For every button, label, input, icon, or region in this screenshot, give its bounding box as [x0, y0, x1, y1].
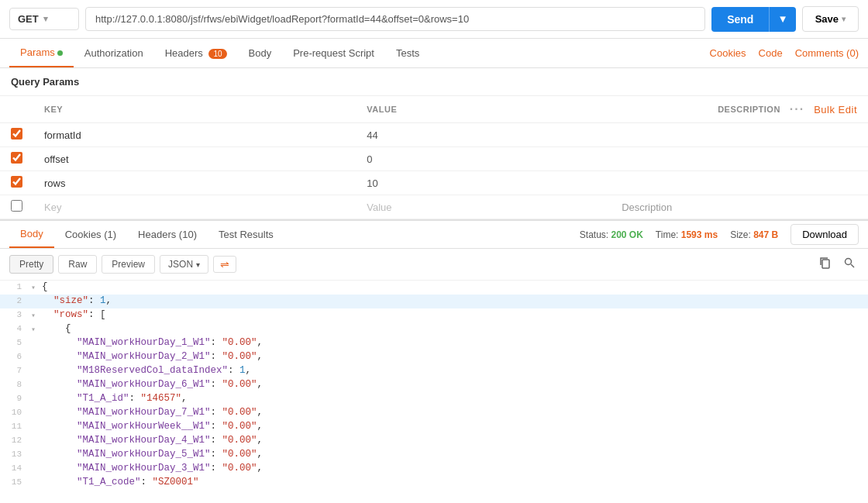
line-content: "MAIN_workHourDay_3_W1": "0.00", [42, 463, 868, 475]
line-content: "T1_A_code": "SZ0001" [42, 477, 868, 486]
format-type-label: JSON [168, 259, 193, 270]
line-arrow[interactable]: ▾ [31, 281, 42, 294]
th-description: DESCRIPTION ··· Bulk Edit [611, 96, 868, 123]
comments-link[interactable]: Comments (0) [795, 47, 859, 59]
url-input[interactable] [85, 7, 705, 31]
method-chevron: ▾ [43, 14, 48, 24]
tab-body[interactable]: Body [238, 40, 283, 67]
line-arrow [31, 435, 42, 447]
line-number: 8 [0, 379, 31, 391]
param-key: offset [44, 153, 69, 165]
line-arrow[interactable]: ▾ [31, 323, 42, 336]
line-arrow [31, 407, 42, 419]
table-row: rows 10 [0, 171, 868, 195]
format-icon[interactable]: ⇌ [213, 256, 236, 273]
response-section: Body Cookies (1) Headers (10) Test Resul… [0, 219, 868, 486]
format-preview-button[interactable]: Preview [102, 255, 155, 274]
th-key: KEY [33, 96, 356, 123]
line-arrow [31, 337, 42, 350]
json-line: 11 "MAIN_workHourWeek__W1": "0.00", [0, 420, 868, 434]
query-params-title: Query Params [0, 68, 868, 96]
json-line: 6 "MAIN_workHourDay_2_W1": "0.00", [0, 350, 868, 364]
line-content: "MAIN_workHourDay_1_W1": "0.00", [42, 337, 868, 350]
row-checkbox[interactable] [11, 200, 22, 212]
status-bar: Status: 200 OK Time: 1593 ms Size: 847 B… [580, 224, 859, 245]
tab-headers[interactable]: Headers 10 [154, 40, 238, 67]
line-content: "M18ReservedCol_dataIndex": 1, [42, 365, 868, 377]
save-chevron: ▾ [842, 15, 846, 23]
status-value: 200 OK [611, 229, 643, 240]
params-table: KEY VALUE DESCRIPTION ··· Bulk Edit form… [0, 96, 868, 219]
format-type-dropdown[interactable]: JSON ▾ [160, 255, 208, 274]
json-line: 5 "MAIN_workHourDay_1_W1": "0.00", [0, 336, 868, 350]
status-label: Status: 200 OK [580, 229, 643, 240]
json-line: 9 "T1_A_id": "14657", [0, 392, 868, 406]
th-checkbox [0, 96, 33, 123]
json-line: 2 "size": 1, [0, 295, 868, 308]
query-params-section: Query Params KEY VALUE DESCRIPTION ··· B… [0, 68, 868, 219]
save-button[interactable]: Save ▾ [802, 6, 859, 32]
line-arrow [31, 379, 42, 391]
cookies-link[interactable]: Cookies [710, 47, 746, 59]
line-number: 14 [0, 463, 31, 475]
method-select[interactable]: GET ▾ [9, 8, 79, 30]
json-line: 3▾ "rows": [ [0, 308, 868, 322]
search-icon[interactable] [840, 255, 859, 274]
json-line: 4▾ { [0, 322, 868, 336]
top-bar: GET ▾ Send ▼ Save ▾ [0, 0, 868, 39]
send-button[interactable]: Send [711, 7, 769, 32]
line-number: 5 [0, 337, 31, 350]
row-checkbox[interactable] [11, 128, 22, 140]
line-content: { [42, 323, 868, 336]
tab-pre-request[interactable]: Pre-request Script [282, 40, 385, 67]
line-number: 3 [0, 309, 31, 322]
line-content: "MAIN_workHourDay_4_W1": "0.00", [42, 435, 868, 447]
format-raw-button[interactable]: Raw [58, 255, 97, 274]
bulk-edit-button[interactable]: Bulk Edit [814, 104, 857, 115]
json-response-content: 1▾{2 "size": 1,3▾ "rows": [4▾ {5 "MAIN_w… [0, 281, 868, 486]
line-number: 12 [0, 435, 31, 447]
svg-point-1 [846, 259, 852, 265]
json-line: 1▾{ [0, 281, 868, 295]
row-checkbox[interactable] [11, 176, 22, 188]
line-content: "MAIN_workHourDay_5_W1": "0.00", [42, 449, 868, 461]
json-line: 8 "MAIN_workHourDay_6_W1": "0.00", [0, 378, 868, 392]
tab-authorization[interactable]: Authorization [74, 40, 154, 67]
svg-line-2 [851, 264, 854, 267]
format-pretty-button[interactable]: Pretty [9, 255, 53, 274]
line-number: 15 [0, 477, 31, 486]
tab-response-headers[interactable]: Headers (10) [127, 222, 208, 247]
code-link[interactable]: Code [759, 47, 783, 59]
tab-response-body[interactable]: Body [9, 221, 54, 248]
line-content: "MAIN_workHourDay_6_W1": "0.00", [42, 379, 868, 391]
tab-test-results[interactable]: Test Results [208, 222, 284, 247]
json-line: 7 "M18ReservedCol_dataIndex": 1, [0, 364, 868, 378]
line-number: 10 [0, 407, 31, 419]
param-value: 44 [367, 129, 377, 141]
line-number: 11 [0, 421, 31, 433]
tab-params[interactable]: Params [9, 39, 74, 67]
more-options-icon[interactable]: ··· [790, 102, 804, 116]
line-arrow [31, 421, 42, 433]
row-checkbox[interactable] [11, 152, 22, 164]
copy-icon[interactable] [815, 255, 834, 274]
line-arrow [31, 351, 42, 363]
line-arrow[interactable]: ▾ [31, 309, 42, 322]
response-tab-bar: Body Cookies (1) Headers (10) Test Resul… [0, 221, 868, 249]
tab-tests[interactable]: Tests [385, 40, 430, 67]
line-content: "MAIN_workHourDay_2_W1": "0.00", [42, 351, 868, 363]
headers-badge: 10 [208, 49, 226, 59]
format-bar: Pretty Raw Preview JSON ▾ ⇌ [0, 249, 868, 281]
json-line: 13 "MAIN_workHourDay_5_W1": "0.00", [0, 448, 868, 462]
send-dropdown-button[interactable]: ▼ [769, 7, 795, 32]
tab-response-cookies[interactable]: Cookies (1) [54, 222, 127, 247]
line-arrow [31, 393, 42, 405]
line-number: 2 [0, 295, 31, 308]
download-button[interactable]: Download [790, 224, 859, 245]
param-key: formatId [44, 129, 81, 141]
line-number: 6 [0, 351, 31, 363]
table-row: offset 0 [0, 147, 868, 171]
size-value: 847 B [753, 229, 778, 240]
send-btn-group: Send ▼ [711, 7, 795, 32]
table-row: Key Value Description [0, 195, 868, 219]
